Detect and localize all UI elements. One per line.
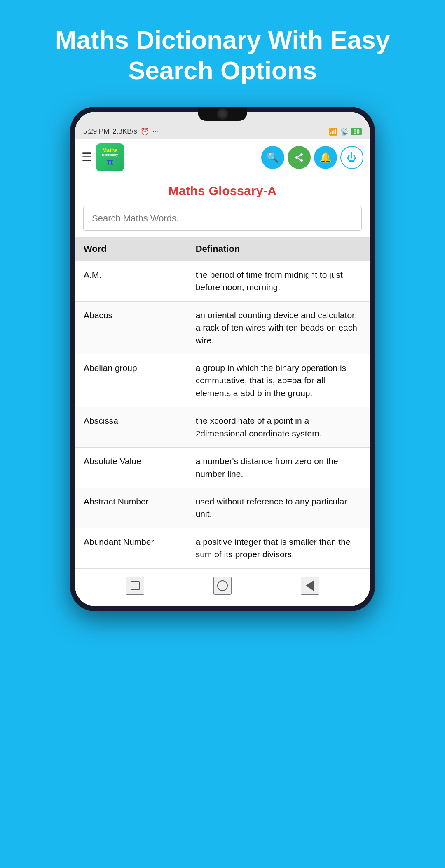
phone-notch bbox=[198, 107, 247, 121]
front-camera bbox=[217, 108, 228, 120]
cell-word: A.M. bbox=[75, 261, 187, 301]
page-background-title: Maths Dictionary With Easy Search Option… bbox=[0, 0, 445, 103]
search-button[interactable]: 🔍 bbox=[261, 146, 284, 169]
phone-screen: 5:29 PM 2.3KB/s ⏰ ··· 📶 📡 60 ☰ Maths bbox=[75, 112, 370, 606]
svg-point-1 bbox=[295, 156, 298, 159]
nav-recent-button[interactable] bbox=[301, 577, 319, 595]
nav-square-icon bbox=[131, 581, 140, 590]
cell-word: Abundant Number bbox=[75, 528, 187, 568]
app-toolbar: ☰ Maths Dictionary π 🔍 bbox=[75, 139, 370, 176]
table-row[interactable]: A.M.the period of time from midnight to … bbox=[75, 261, 370, 301]
search-input[interactable] bbox=[83, 206, 362, 231]
hamburger-menu-button[interactable]: ☰ bbox=[82, 150, 92, 164]
nav-triangle-icon bbox=[306, 580, 314, 591]
app-logo: Maths Dictionary π bbox=[96, 143, 124, 171]
notification-button[interactable]: 🔔 bbox=[314, 146, 337, 169]
toolbar-actions: 🔍 🔔 ⏻ bbox=[261, 146, 363, 169]
glossary-page-heading: Maths Glossary-A bbox=[75, 176, 370, 202]
table-row[interactable]: Abacusan oriental counting device and ca… bbox=[75, 301, 370, 354]
cell-definition: a group in which the binary operation is… bbox=[187, 354, 370, 407]
cell-word: Abelian group bbox=[75, 354, 187, 407]
cell-word: Abacus bbox=[75, 301, 187, 354]
nav-home-button[interactable] bbox=[213, 577, 232, 595]
status-network: 2.3KB/s bbox=[112, 127, 137, 136]
cell-definition: an oriental counting device and calculat… bbox=[187, 301, 370, 354]
table-row[interactable]: Abelian groupa group in which the binary… bbox=[75, 354, 370, 407]
share-button[interactable] bbox=[288, 146, 311, 169]
cell-word: Absolute Value bbox=[75, 448, 187, 488]
column-word: Word bbox=[75, 237, 187, 261]
nav-back-button[interactable] bbox=[126, 577, 144, 595]
logo-pi-symbol: π bbox=[107, 157, 114, 167]
navigation-bar bbox=[75, 569, 370, 606]
svg-line-3 bbox=[298, 158, 301, 160]
battery-indicator: 60 bbox=[351, 128, 362, 135]
cell-definition: the period of time from midnight to just… bbox=[187, 261, 370, 301]
alarm-icon: ⏰ bbox=[141, 127, 149, 136]
cell-definition: used without reference to any particular… bbox=[187, 488, 370, 528]
table-row[interactable]: Abundant Numbera positive integer that i… bbox=[75, 528, 370, 568]
search-container bbox=[75, 202, 370, 237]
power-button[interactable]: ⏻ bbox=[340, 146, 363, 169]
column-definition: Defination bbox=[187, 237, 370, 261]
table-row[interactable]: Abstract Numberused without reference to… bbox=[75, 488, 370, 528]
table-row[interactable]: Abscissathe xcoordinate of a point in a … bbox=[75, 407, 370, 448]
nav-circle-icon bbox=[217, 580, 228, 591]
table-row[interactable]: Absolute Valuea number's distance from z… bbox=[75, 448, 370, 488]
cell-definition: a number's distance from zero on the num… bbox=[187, 448, 370, 488]
table-header: Word Defination bbox=[75, 237, 370, 261]
svg-line-4 bbox=[298, 155, 301, 157]
cell-definition: the xcoordinate of a point in a 2dimensi… bbox=[187, 407, 370, 448]
logo-maths-text: Maths bbox=[102, 148, 118, 153]
cell-word: Abstract Number bbox=[75, 488, 187, 528]
glossary-table-body: A.M.the period of time from midnight to … bbox=[75, 261, 370, 568]
signal-icon: 📡 bbox=[340, 127, 349, 136]
glossary-table: Word Defination A.M.the period of time f… bbox=[75, 237, 370, 569]
cell-word: Abscissa bbox=[75, 407, 187, 448]
cell-definition: a positive integer that is smaller than … bbox=[187, 528, 370, 568]
status-dots: ··· bbox=[152, 127, 158, 136]
wifi-icon: 📶 bbox=[329, 127, 337, 136]
phone-device: 5:29 PM 2.3KB/s ⏰ ··· 📶 📡 60 ☰ Maths bbox=[70, 107, 375, 611]
svg-point-2 bbox=[300, 159, 303, 162]
status-time: 5:29 PM bbox=[83, 127, 109, 136]
svg-point-0 bbox=[300, 153, 303, 156]
